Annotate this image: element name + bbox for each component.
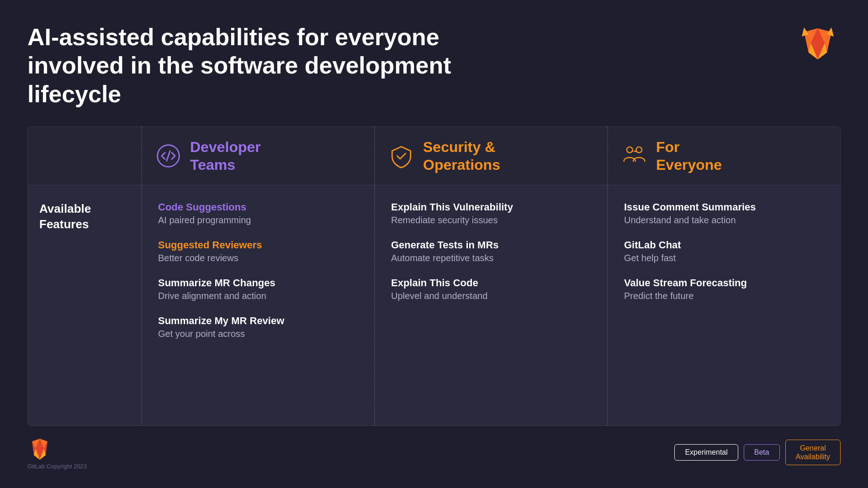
- badge-general-availability[interactable]: GeneralAvailability: [785, 440, 841, 465]
- copyright-text: GitLab Copyright 2023: [27, 463, 87, 470]
- feature-gitlab-chat: GitLab Chat Get help fast: [624, 239, 824, 263]
- footer-left: GitLab Copyright 2023: [27, 435, 87, 470]
- feature-title: Summarize MR Changes: [158, 277, 358, 289]
- footer: GitLab Copyright 2023 Experimental Beta …: [27, 435, 841, 470]
- col-header-security: Security &Operations: [375, 127, 608, 185]
- feature-title: Code Suggestions: [158, 201, 358, 213]
- col-header-everyone: ForEveryone: [608, 127, 840, 185]
- header: AI-assisted capabilities for everyone in…: [27, 23, 841, 108]
- feature-title: Generate Tests in MRs: [391, 239, 591, 251]
- feature-title: Explain This Vulnerability: [391, 201, 591, 213]
- feature-generate-tests: Generate Tests in MRs Automate repetitiv…: [391, 239, 591, 263]
- content-row: AvailableFeatures Code Suggestions AI pa…: [28, 185, 840, 425]
- feature-title: Explain This Code: [391, 277, 591, 289]
- feature-desc: Uplevel and understand: [391, 291, 591, 301]
- feature-desc: AI paired programming: [158, 215, 358, 226]
- svg-point-11: [627, 147, 633, 153]
- feature-summarize-mr: Summarize MR Changes Drive alignment and…: [158, 277, 358, 301]
- row-label: AvailableFeatures: [28, 185, 142, 425]
- page-container: AI-assisted capabilities for everyone in…: [0, 0, 868, 488]
- developer-teams-title: DeveloperTeams: [190, 138, 261, 173]
- feature-summarize-review: Summarize My MR Review Get your point ac…: [158, 315, 358, 339]
- column-headers: DeveloperTeams Security &Operations: [28, 127, 840, 185]
- developer-features: Code Suggestions AI paired programming S…: [142, 185, 375, 425]
- legend-badges: Experimental Beta GeneralAvailability: [674, 440, 841, 465]
- col-header-developer: DeveloperTeams: [142, 127, 375, 185]
- badge-experimental[interactable]: Experimental: [674, 444, 738, 461]
- feature-issue-comment: Issue Comment Summaries Understand and t…: [624, 201, 824, 226]
- feature-desc: Get help fast: [624, 253, 824, 263]
- feature-code-suggestions: Code Suggestions AI paired programming: [158, 201, 358, 226]
- code-icon: [156, 143, 181, 168]
- feature-desc: Predict the future: [624, 291, 824, 301]
- people-icon: [622, 143, 647, 168]
- empty-header: [28, 127, 142, 185]
- for-everyone-title: ForEveryone: [656, 138, 722, 173]
- gitlab-logo: [795, 23, 841, 68]
- security-features: Explain This Vulnerability Remediate sec…: [375, 185, 608, 425]
- feature-explain-code: Explain This Code Uplevel and understand: [391, 277, 591, 301]
- feature-title: Suggested Reviewers: [158, 239, 358, 251]
- feature-title: Issue Comment Summaries: [624, 201, 824, 213]
- feature-suggested-reviewers: Suggested Reviewers Better code reviews: [158, 239, 358, 263]
- feature-desc: Get your point across: [158, 329, 358, 339]
- security-operations-title: Security &Operations: [423, 138, 500, 173]
- svg-line-10: [167, 151, 170, 161]
- feature-title: Summarize My MR Review: [158, 315, 358, 327]
- main-table: DeveloperTeams Security &Operations: [27, 126, 841, 426]
- feature-title: GitLab Chat: [624, 239, 824, 251]
- feature-desc: Understand and take action: [624, 215, 824, 226]
- page-title: AI-assisted capabilities for everyone in…: [27, 23, 530, 108]
- feature-desc: Remediate security issues: [391, 215, 591, 226]
- feature-explain-vulnerability: Explain This Vulnerability Remediate sec…: [391, 201, 591, 226]
- feature-desc: Better code reviews: [158, 253, 358, 263]
- footer-gitlab-logo: [27, 435, 53, 460]
- everyone-features: Issue Comment Summaries Understand and t…: [608, 185, 840, 425]
- feature-value-stream: Value Stream Forecasting Predict the fut…: [624, 277, 824, 301]
- available-features-label: AvailableFeatures: [39, 201, 91, 232]
- feature-desc: Automate repetitive tasks: [391, 253, 591, 263]
- svg-point-12: [636, 147, 642, 153]
- badge-beta[interactable]: Beta: [744, 444, 780, 461]
- feature-desc: Drive alignment and action: [158, 291, 358, 301]
- feature-title: Value Stream Forecasting: [624, 277, 824, 289]
- shield-icon: [389, 143, 414, 168]
